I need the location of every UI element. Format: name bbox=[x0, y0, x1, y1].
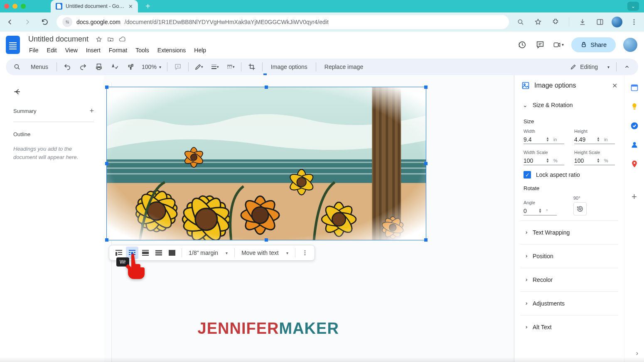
address-bar[interactable]: docs.google.com/document/d/1R1EDwBB8NlYD… bbox=[57, 15, 509, 29]
sidepanel-icon[interactable] bbox=[594, 16, 606, 28]
svg-rect-9 bbox=[582, 44, 585, 46]
lock-aspect-checkbox[interactable]: ✓ Lock aspect ratio bbox=[524, 171, 615, 179]
border-weight-button[interactable]: ▾ bbox=[209, 61, 221, 73]
height-scale-input[interactable] bbox=[574, 157, 594, 164]
document-canvas[interactable] bbox=[104, 75, 514, 362]
spellcheck-button[interactable] bbox=[108, 61, 121, 73]
search-menus-icon[interactable] bbox=[11, 61, 23, 73]
width-scale-input[interactable] bbox=[524, 157, 543, 164]
resize-handle[interactable] bbox=[424, 86, 428, 89]
search-icon[interactable] bbox=[515, 16, 526, 28]
print-button[interactable] bbox=[93, 61, 105, 73]
profile-avatar[interactable] bbox=[612, 17, 622, 27]
zoom-dropdown[interactable]: 100% ▾ bbox=[140, 64, 163, 70]
menu-edit[interactable]: Edit bbox=[44, 45, 60, 55]
comments-icon[interactable] bbox=[535, 39, 546, 50]
redo-button[interactable] bbox=[77, 61, 89, 73]
resize-handle[interactable] bbox=[105, 162, 108, 165]
history-icon[interactable] bbox=[516, 39, 527, 50]
overflow-menu-button[interactable] bbox=[299, 247, 311, 259]
rotate-90-button[interactable] bbox=[573, 202, 587, 215]
section-recolor[interactable]: ⌄Recolor bbox=[514, 271, 624, 289]
menu-file[interactable]: File bbox=[26, 45, 42, 55]
menus-label[interactable]: Menus bbox=[27, 62, 52, 72]
height-scale-stepper[interactable]: ▲▼ bbox=[597, 158, 600, 163]
section-adjustments[interactable]: ⌄Adjustments bbox=[514, 294, 624, 313]
tab-overflow-button[interactable]: ⌄ bbox=[627, 2, 639, 11]
height-input[interactable] bbox=[574, 136, 594, 143]
add-summary-button[interactable]: + bbox=[89, 107, 94, 115]
wrap-front-button[interactable] bbox=[166, 247, 178, 259]
resize-handle[interactable] bbox=[105, 86, 108, 89]
window-maximize-button[interactable] bbox=[21, 4, 26, 9]
docs-logo-icon[interactable] bbox=[6, 36, 20, 54]
download-icon[interactable] bbox=[577, 16, 588, 28]
width-input[interactable] bbox=[524, 136, 543, 143]
outline-back-button[interactable] bbox=[13, 88, 94, 96]
calendar-icon[interactable] bbox=[630, 83, 639, 92]
menu-insert[interactable]: Insert bbox=[83, 45, 104, 55]
document-image[interactable] bbox=[107, 87, 426, 240]
window-minimize-button[interactable] bbox=[12, 4, 17, 9]
extensions-icon[interactable] bbox=[550, 16, 561, 28]
new-tab-button[interactable]: + bbox=[145, 2, 150, 11]
width-scale-stepper[interactable]: ▲▼ bbox=[546, 158, 549, 163]
panel-close-button[interactable]: ✕ bbox=[612, 82, 617, 90]
margin-dropdown[interactable]: 1/8" margin▾ bbox=[185, 249, 231, 256]
mode-dropdown[interactable]: Editing ▾ bbox=[565, 61, 612, 73]
nav-back-button[interactable] bbox=[4, 16, 16, 28]
menu-tools[interactable]: Tools bbox=[132, 45, 152, 55]
section-size-rotation[interactable]: ⌄ Size & Rotation bbox=[514, 96, 624, 114]
image-options-button[interactable]: Image options bbox=[267, 61, 312, 73]
menu-help[interactable]: Help bbox=[191, 45, 209, 55]
move-with-dropdown[interactable]: Move with text▾ bbox=[238, 249, 291, 256]
document-title[interactable]: Untitled document bbox=[26, 34, 91, 44]
add-comment-button[interactable] bbox=[172, 61, 184, 73]
site-info-icon[interactable] bbox=[62, 17, 72, 27]
move-icon[interactable] bbox=[107, 36, 114, 43]
resize-handle[interactable] bbox=[265, 238, 268, 242]
section-position[interactable]: ⌄Position bbox=[514, 247, 624, 265]
resize-handle[interactable] bbox=[105, 238, 108, 242]
resize-handle[interactable] bbox=[424, 238, 428, 242]
chrome-menu-icon[interactable] bbox=[628, 16, 640, 28]
account-avatar[interactable] bbox=[623, 38, 637, 52]
nav-reload-button[interactable] bbox=[39, 16, 51, 28]
star-icon[interactable] bbox=[95, 36, 103, 43]
width-stepper[interactable]: ▲▼ bbox=[546, 137, 549, 142]
wrap-behind-button[interactable] bbox=[152, 247, 165, 259]
svg-point-2 bbox=[518, 20, 522, 23]
keep-icon[interactable] bbox=[630, 103, 639, 111]
maps-icon[interactable] bbox=[630, 160, 639, 168]
resize-handle[interactable] bbox=[265, 86, 268, 89]
browser-tab[interactable]: Untitled document - Google D ✕ bbox=[51, 0, 138, 12]
crop-button[interactable] bbox=[246, 61, 258, 73]
angle-stepper[interactable]: ▲▼ bbox=[538, 208, 542, 213]
nav-forward-button[interactable] bbox=[22, 16, 33, 28]
window-close-button[interactable] bbox=[4, 4, 9, 9]
bookmark-icon[interactable] bbox=[532, 16, 544, 28]
tasks-icon[interactable] bbox=[630, 122, 639, 130]
menu-view[interactable]: View bbox=[62, 45, 81, 55]
menu-extensions[interactable]: Extensions bbox=[154, 45, 189, 55]
menu-format[interactable]: Format bbox=[106, 45, 130, 55]
border-dash-button[interactable]: ▾ bbox=[224, 61, 237, 73]
resize-handle[interactable] bbox=[424, 162, 428, 165]
side-collapse-button[interactable]: › bbox=[636, 350, 638, 357]
border-color-button[interactable]: ▾ bbox=[193, 61, 205, 73]
cloud-status-icon[interactable] bbox=[118, 36, 126, 43]
undo-button[interactable] bbox=[61, 61, 74, 73]
paint-format-button[interactable] bbox=[124, 61, 137, 73]
meet-icon[interactable]: ▾ bbox=[553, 39, 564, 50]
share-button[interactable]: Share bbox=[571, 37, 616, 52]
image-selection[interactable] bbox=[106, 87, 426, 240]
angle-input[interactable] bbox=[524, 208, 536, 214]
tab-close-icon[interactable]: ✕ bbox=[128, 3, 133, 10]
toolbar-collapse-button[interactable] bbox=[621, 61, 633, 73]
addons-plus-button[interactable]: + bbox=[632, 191, 637, 202]
contacts-icon[interactable] bbox=[630, 141, 639, 149]
replace-image-button[interactable]: Replace image bbox=[320, 61, 367, 73]
section-text-wrapping[interactable]: ⌄Text Wrapping bbox=[514, 223, 624, 242]
section-alt-text[interactable]: ⌄Alt Text bbox=[514, 318, 624, 336]
height-stepper[interactable]: ▲▼ bbox=[597, 137, 600, 142]
